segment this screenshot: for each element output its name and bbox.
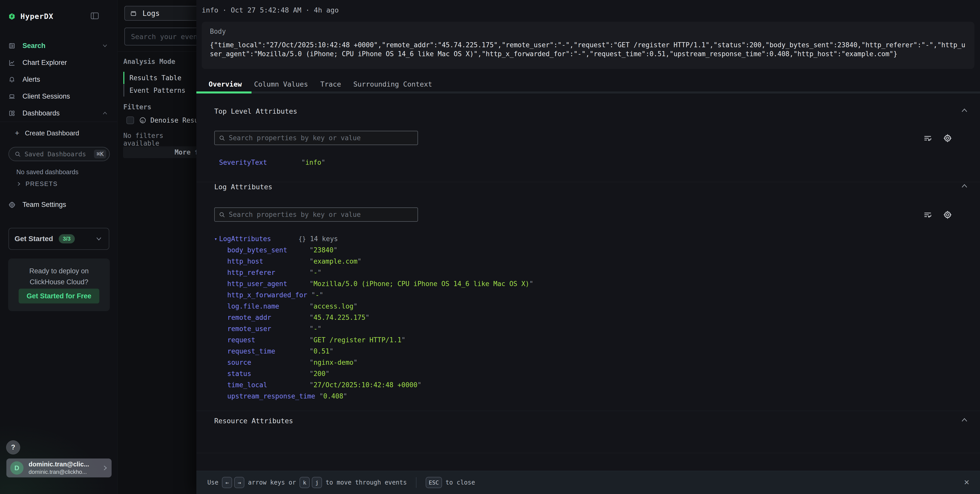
attribute-key[interactable]: body_bytes_sent [227,246,309,254]
sidebar-item-client-sessions[interactable]: Client Sessions [0,88,118,105]
presets-toggle[interactable]: PRESETS [17,180,58,188]
search-icon [219,212,225,218]
get-started-progress-badge: 3/3 [59,234,75,244]
attribute-key[interactable]: http_user_agent [227,280,309,288]
user-info: dominic.tran@clic... dominic.tran@clickh… [29,461,103,475]
arrow-right-key[interactable]: → [234,477,244,488]
denoise-icon [139,117,146,124]
body-label: Body [210,27,226,35]
tab-column-values[interactable]: Column Values [248,76,314,91]
get-started-label: Get Started [14,235,53,243]
tab-trace[interactable]: Trace [314,76,347,91]
top-level-attribute-row: SeverityText info [219,157,325,168]
top-level-search[interactable] [214,131,418,145]
sidebar-collapse-icon[interactable] [91,12,99,19]
attribute-value[interactable]: 0.51 [309,347,334,355]
attribute-key[interactable]: request_time [227,347,309,355]
saved-dashboards-search[interactable]: ⌘K [8,147,110,161]
create-dashboard-label: Create Dashboard [25,129,79,137]
sidebar-item-alerts[interactable]: Alerts [0,71,118,88]
sidebar-item-label: Client Sessions [22,92,107,100]
log-attributes-title: Log Attributes [214,183,272,191]
get-started-free-button[interactable]: Get Started for Free [19,288,99,303]
k-key[interactable]: k [299,477,310,488]
attribute-row: http_user_agent Mozilla/5.0 (iPhone; CPU… [227,278,955,289]
saved-dashboards-input[interactable] [24,150,94,158]
attribute-key[interactable]: http_x_forwarded_for [227,291,311,299]
sidebar-item-search[interactable]: Search [0,37,118,54]
attribute-value[interactable]: nginx-demo [309,359,358,366]
user-name: dominic.tran@clic... [29,461,103,468]
attribute-value[interactable]: Mozilla/5.0 (iPhone; CPU iPhone OS 14_6 … [309,280,533,288]
team-settings-label: Team Settings [22,201,66,209]
gear-icon[interactable] [943,210,952,219]
tab-overview[interactable]: Overview [202,76,248,91]
footer-move-text: to move through events [326,479,407,486]
attribute-value[interactable]: - [309,269,321,276]
collapse-section-icon[interactable] [961,418,968,422]
gear-icon[interactable] [943,134,952,143]
attribute-value[interactable]: - [311,291,323,299]
attribute-key[interactable]: request [227,336,309,344]
attribute-key[interactable]: status [227,370,309,378]
attribute-value[interactable]: 0.408 [319,392,347,400]
tree-root-key[interactable]: LogAttributes [219,235,299,243]
collapse-section-icon[interactable] [961,108,968,112]
team-settings-button[interactable]: Team Settings [8,201,66,209]
j-key[interactable]: j [312,477,322,488]
wrap-lines-icon[interactable] [923,210,932,219]
attribute-key[interactable]: log.file.name [227,303,309,310]
attribute-value[interactable]: access.log [309,303,358,310]
attribute-row: body_bytes_sent 23840 [227,244,955,256]
active-tab-indicator [196,91,251,94]
wrap-lines-icon[interactable] [923,134,932,143]
attribute-value[interactable]: 23840 [309,246,337,254]
denoise-results-toggle[interactable]: Denoise Resul [126,116,202,124]
attribute-row: http_referer - [227,267,955,278]
tab-surrounding-context[interactable]: Surrounding Context [347,76,438,91]
attribute-key[interactable]: time_local [227,381,309,389]
collapse-section-icon[interactable] [961,184,968,188]
log-attributes-search[interactable] [214,207,418,222]
attribute-value[interactable]: example.com [309,258,361,265]
attribute-row: request_time 0.51 [227,346,955,357]
user-menu[interactable]: D dominic.tran@clic... dominic.tran@clic… [6,459,111,477]
attribute-value[interactable]: GET /register HTTP/1.1 [309,336,406,344]
body-panel: Body {"time_local":"27/Oct/2025:10:42:48… [202,22,974,69]
attribute-key[interactable]: source [227,359,309,366]
object-braces-icon: {} [299,236,306,243]
tab-underline-track [196,91,980,94]
body-content[interactable]: {"time_local":"27/Oct/2025:10:42:48 +000… [210,41,966,59]
arrow-left-key[interactable]: ← [222,477,232,488]
close-icon[interactable]: ✕ [964,476,969,487]
denoise-checkbox[interactable] [126,116,134,124]
section-toolbar [923,134,952,143]
sidebar-item-dashboards[interactable]: Dashboards [0,105,118,121]
attribute-value[interactable]: 27/Oct/2025:10:42:48 +0000 [309,381,421,389]
attribute-key[interactable]: remote_user [227,325,309,333]
attribute-key[interactable]: upstream_response_time [227,392,319,400]
help-button[interactable]: ? [6,440,20,454]
attribute-key[interactable]: http_referer [227,269,309,276]
attribute-value[interactable]: - [309,325,321,333]
log-attributes-root-row[interactable]: ▾ LogAttributes {}14 keys [214,233,955,244]
event-details-panel: info · Oct 27 5:42:48 AM · 4h ago Body {… [196,0,980,494]
attribute-key[interactable]: SeverityText [219,159,301,166]
attribute-value[interactable]: info [301,159,325,166]
app-logo[interactable]: HyperDX [8,10,109,22]
sidebar-item-label: Alerts [22,76,107,83]
sidebar-item-chart-explorer[interactable]: Chart Explorer [0,54,118,71]
esc-key[interactable]: ESC [426,477,442,488]
attribute-value[interactable]: 45.74.225.175 [309,314,369,321]
top-level-search-input[interactable] [229,134,414,142]
log-attributes-search-input[interactable] [229,211,414,218]
attribute-key[interactable]: http_host [227,258,309,265]
attribute-key[interactable]: remote_addr [227,314,309,321]
get-started-collapsible[interactable]: Get Started 3/3 [8,228,109,250]
source-select-value: Logs [143,9,159,18]
presets-label: PRESETS [25,180,58,188]
attribute-value[interactable]: 200 [309,370,329,378]
section-divider [196,411,980,411]
create-dashboard-button[interactable]: + Create Dashboard [15,129,79,137]
tree-collapse-icon[interactable]: ▾ [214,236,219,242]
